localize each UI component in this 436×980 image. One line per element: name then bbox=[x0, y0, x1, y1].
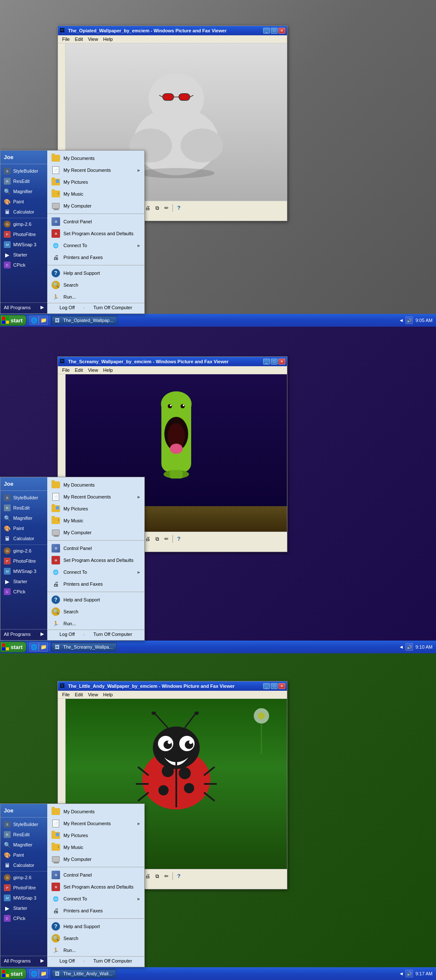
smenu-my-documents-1[interactable]: My Documents bbox=[47, 152, 144, 164]
smenu-computer-2[interactable]: My Computer bbox=[47, 527, 144, 538]
turn-off-btn-1[interactable]: Turn Off Computer bbox=[93, 305, 132, 310]
menu-help-3[interactable]: Help bbox=[100, 691, 115, 698]
smenu-calculator-1[interactable]: 🖩 Calculator bbox=[0, 207, 47, 217]
smenu-resedit-3[interactable]: R ResEdit bbox=[0, 829, 47, 840]
maximize-btn-3[interactable]: □ bbox=[271, 683, 278, 689]
close-btn-2[interactable]: ✕ bbox=[278, 359, 285, 365]
smenu-photofiltre-3[interactable]: P PhotoFiltre bbox=[0, 883, 47, 893]
smenu-connect-1[interactable]: 🌐 Connect To bbox=[47, 239, 144, 251]
copy-btn-2[interactable]: ⧉ bbox=[153, 535, 161, 543]
smenu-printers-1[interactable]: 🖨 Printers and Faxes bbox=[47, 251, 144, 263]
window-controls-3[interactable]: _ □ ✕ bbox=[263, 683, 285, 689]
taskbar-ie-2[interactable]: 🌐 bbox=[29, 642, 39, 652]
taskbar-arrow-3[interactable]: ◀ bbox=[400, 971, 403, 976]
help-btn-2[interactable]: ? bbox=[175, 535, 183, 543]
smenu-resedit-2[interactable]: R ResEdit bbox=[0, 503, 47, 513]
close-btn-3[interactable]: ✕ bbox=[278, 683, 285, 689]
taskbar-viewer-btn-1[interactable]: 🖼 The_Opiated_Wallpap... bbox=[51, 316, 117, 325]
smenu-magnifier-3[interactable]: 🔍 Magnifier bbox=[0, 840, 47, 850]
smenu-starter-2[interactable]: ▶ Starter bbox=[0, 576, 47, 587]
smenu-pictures-3[interactable]: My Pictures bbox=[47, 829, 144, 841]
smenu-connect-3[interactable]: 🌐 Connect To bbox=[47, 893, 144, 905]
edit-btn-2[interactable]: ✏ bbox=[162, 535, 171, 543]
all-programs-2[interactable]: All Programs ▶ bbox=[0, 629, 47, 638]
print-btn-2[interactable]: 🖨 bbox=[143, 535, 152, 543]
smenu-set-program-3[interactable]: ⊕ Set Program Access and Defaults bbox=[47, 881, 144, 893]
taskbar-folder-3[interactable]: 📁 bbox=[39, 969, 48, 978]
smenu-control-panel-2[interactable]: ⚙ Control Panel bbox=[47, 542, 144, 554]
smenu-my-documents-2[interactable]: My Documents bbox=[47, 479, 144, 491]
taskbar-arrow-1[interactable]: ◀ bbox=[400, 318, 403, 322]
taskbar-ie-3[interactable]: 🌐 bbox=[29, 969, 39, 978]
minimize-btn-1[interactable]: _ bbox=[263, 28, 270, 34]
taskbar-folder-1[interactable]: 📁 bbox=[39, 316, 48, 325]
menu-help-1[interactable]: Help bbox=[100, 36, 115, 43]
smenu-my-documents-3[interactable]: My Documents bbox=[47, 806, 144, 818]
copy-btn-1[interactable]: ⧉ bbox=[153, 204, 161, 212]
smenu-gimp-3[interactable]: G gimp-2.6 bbox=[0, 872, 47, 883]
smenu-stylebuilder-1[interactable]: S StyleBuilder bbox=[0, 166, 47, 176]
maximize-btn-1[interactable]: □ bbox=[271, 28, 278, 34]
smenu-help-2[interactable]: ? Help and Support bbox=[47, 594, 144, 606]
smenu-gimp-1[interactable]: G gimp-2.6 bbox=[0, 219, 47, 229]
smenu-run-3[interactable]: 🏃 Run... bbox=[47, 944, 144, 956]
smenu-paint-2[interactable]: 🎨 Paint bbox=[0, 523, 47, 533]
edit-btn-3[interactable]: ✏ bbox=[162, 872, 171, 880]
smenu-printers-2[interactable]: 🖨 Printers and Faxes bbox=[47, 578, 144, 590]
smenu-pictures-1[interactable]: My Pictures bbox=[47, 176, 144, 188]
menu-view-3[interactable]: View bbox=[86, 691, 101, 698]
print-btn-3[interactable]: 🖨 bbox=[143, 872, 152, 880]
smenu-cpick-1[interactable]: C CPick bbox=[0, 260, 47, 270]
minimize-btn-2[interactable]: _ bbox=[263, 359, 270, 365]
edit-btn-1[interactable]: ✏ bbox=[162, 204, 171, 212]
menu-help-2[interactable]: Help bbox=[100, 367, 115, 373]
smenu-connect-2[interactable]: 🌐 Connect To bbox=[47, 566, 144, 578]
smenu-help-1[interactable]: ? Help and Support bbox=[47, 267, 144, 279]
smenu-music-2[interactable]: ♪ My Music bbox=[47, 515, 144, 527]
help-btn-3[interactable]: ? bbox=[175, 872, 183, 880]
log-off-btn-3[interactable]: Log Off bbox=[60, 958, 75, 963]
all-programs-3[interactable]: All Programs ▶ bbox=[0, 956, 47, 965]
smenu-search-3[interactable]: 🔍 Search bbox=[47, 932, 144, 944]
smenu-paint-3[interactable]: 🎨 Paint bbox=[0, 850, 47, 860]
menu-edit-3[interactable]: Edit bbox=[72, 691, 86, 698]
menu-file-1[interactable]: File bbox=[60, 36, 72, 43]
smenu-cpick-3[interactable]: C CPick bbox=[0, 913, 47, 923]
smenu-cpick-2[interactable]: C CPick bbox=[0, 587, 47, 597]
smenu-photofiltre-2[interactable]: P PhotoFiltre bbox=[0, 556, 47, 566]
smenu-starter-1[interactable]: ▶ Starter bbox=[0, 250, 47, 260]
smenu-gimp-2[interactable]: G gimp-2.6 bbox=[0, 546, 47, 556]
window-controls-1[interactable]: _ □ ✕ bbox=[263, 28, 285, 34]
taskbar-viewer-btn-2[interactable]: 🖼 The_Screamy_Wallpa... bbox=[51, 642, 117, 652]
help-btn-1[interactable]: ? bbox=[175, 204, 183, 212]
turn-off-btn-2[interactable]: Turn Off Computer bbox=[93, 632, 132, 637]
menu-view-1[interactable]: View bbox=[86, 36, 101, 43]
taskbar-ie-1[interactable]: 🌐 bbox=[29, 316, 39, 325]
smenu-mwsnap-1[interactable]: M MWSnap 3 bbox=[0, 239, 47, 250]
smenu-control-panel-1[interactable]: ⚙ Control Panel bbox=[47, 216, 144, 228]
smenu-mwsnap-3[interactable]: M MWSnap 3 bbox=[0, 893, 47, 903]
smenu-music-3[interactable]: ♪ My Music bbox=[47, 841, 144, 853]
menu-edit-1[interactable]: Edit bbox=[72, 36, 86, 43]
close-btn-1[interactable]: ✕ bbox=[278, 28, 285, 34]
turn-off-btn-3[interactable]: Turn Off Computer bbox=[93, 958, 132, 963]
taskbar-viewer-btn-3[interactable]: 🖼 The_Little_Andy_Wall... bbox=[51, 969, 116, 978]
smenu-control-panel-3[interactable]: ⚙ Control Panel bbox=[47, 869, 144, 881]
smenu-computer-3[interactable]: My Computer bbox=[47, 853, 144, 865]
smenu-magnifier-1[interactable]: 🔍 Magnifier bbox=[0, 186, 47, 197]
taskbar-folder-2[interactable]: 📁 bbox=[39, 642, 48, 652]
start-button-2[interactable]: start bbox=[0, 641, 26, 652]
smenu-run-1[interactable]: 🏃 Run... bbox=[47, 291, 144, 303]
smenu-calculator-3[interactable]: 🖩 Calculator bbox=[0, 860, 47, 870]
smenu-search-2[interactable]: 🔍 Search bbox=[47, 606, 144, 618]
log-off-btn-1[interactable]: Log Off bbox=[60, 305, 75, 310]
copy-btn-3[interactable]: ⧉ bbox=[153, 872, 161, 880]
start-button-1[interactable]: start bbox=[0, 315, 26, 326]
smenu-pictures-2[interactable]: My Pictures bbox=[47, 503, 144, 515]
smenu-printers-3[interactable]: 🖨 Printers and Faxes bbox=[47, 905, 144, 917]
smenu-run-2[interactable]: 🏃 Run... bbox=[47, 618, 144, 630]
minimize-btn-3[interactable]: _ bbox=[263, 683, 270, 689]
smenu-mwsnap-2[interactable]: M MWSnap 3 bbox=[0, 566, 47, 576]
smenu-computer-1[interactable]: My Computer bbox=[47, 200, 144, 212]
smenu-magnifier-2[interactable]: 🔍 Magnifier bbox=[0, 513, 47, 523]
